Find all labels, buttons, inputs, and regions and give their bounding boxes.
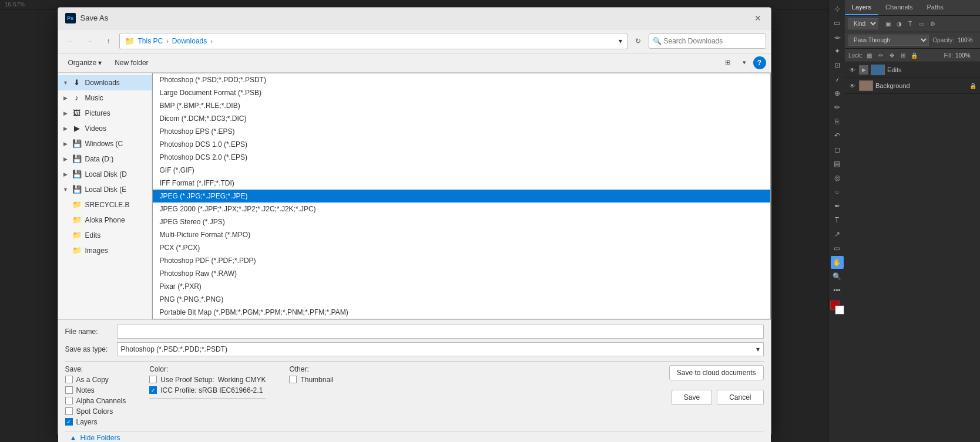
filter-type-icon[interactable]: T <box>905 19 915 29</box>
search-input[interactable] <box>664 37 762 45</box>
view-large-icons-button[interactable]: ⊞ <box>720 56 736 70</box>
breadcrumb-thispc[interactable]: This PC <box>138 37 163 45</box>
organize-button[interactable]: Organize ▾ <box>63 56 108 69</box>
forward-button[interactable]: → <box>82 33 98 49</box>
format-item-psb[interactable]: Large Document Format (*.PSB) <box>153 86 770 99</box>
format-item-pixar[interactable]: Pixar (*.PXR) <box>153 280 770 293</box>
tab-layers[interactable]: Layers <box>845 0 878 15</box>
layer-visibility-background[interactable]: 👁 <box>848 82 857 90</box>
tab-paths[interactable]: Paths <box>920 0 951 15</box>
hand-tool[interactable]: ✋ <box>831 256 844 269</box>
eraser-tool[interactable]: ◻ <box>831 143 844 156</box>
magic-wand-tool[interactable]: ✦ <box>831 45 844 58</box>
shape-tool[interactable]: ▭ <box>831 242 844 255</box>
lasso-tool[interactable]: ⌯ <box>831 31 844 43</box>
format-item-raw[interactable]: Photoshop Raw (*.RAW) <box>153 267 770 280</box>
search-box[interactable]: 🔍 <box>649 33 766 49</box>
format-item-gif[interactable]: GIF (*.GIF) <box>153 164 770 177</box>
format-item-sct[interactable]: Scitex CT (*.SCT) <box>153 319 770 319</box>
format-item-iff[interactable]: IFF Format (*.IFF;*.TDI) <box>153 177 770 190</box>
thumbnail-checkbox[interactable] <box>289 376 297 383</box>
healing-brush-tool[interactable]: ⊕ <box>831 87 844 100</box>
move-tool[interactable]: ⊹ <box>831 2 844 15</box>
eyedropper-tool[interactable]: 𝒾 <box>831 73 844 86</box>
filter-smart-icon[interactable]: ⚙ <box>928 19 937 29</box>
address-dropdown-arrow[interactable]: ▾ <box>619 37 622 45</box>
format-item-pdf[interactable]: Photoshop PDF (*.PDF;*.PDP) <box>153 254 770 267</box>
sidebar-item-edits[interactable]: 📁 Edits <box>58 228 152 243</box>
history-brush-tool[interactable]: ↶ <box>831 129 844 142</box>
back-button[interactable]: ← <box>63 33 79 49</box>
use-proof-checkbox[interactable] <box>149 376 157 383</box>
layers-checkbox[interactable] <box>65 418 73 426</box>
sidebar-item-local-disk-e[interactable]: ▼ 💾 Local Disk (E <box>58 182 152 197</box>
sidebar-item-srecycle[interactable]: 📁 SRECYCLE.B <box>58 197 152 212</box>
file-name-input[interactable] <box>117 325 764 339</box>
tab-channels[interactable]: Channels <box>878 0 919 15</box>
sidebar-item-downloads[interactable]: ▼ ⬇ Downloads <box>58 75 152 90</box>
sidebar-item-music[interactable]: ▶ ♪ Music <box>58 90 152 106</box>
sidebar-item-images[interactable]: 📁 Images <box>58 243 152 258</box>
spot-colors-checkbox[interactable] <box>65 407 73 415</box>
format-item-png[interactable]: PNG (*.PNG;*.PNG) <box>153 293 770 306</box>
format-item-psd[interactable]: Photoshop (*.PSD;*.PDD;*.PSDT) <box>153 73 770 86</box>
zoom-tool[interactable]: 🔍 <box>831 270 844 283</box>
blur-tool[interactable]: ◎ <box>831 171 844 184</box>
path-select-tool[interactable]: ↗ <box>831 228 844 241</box>
sidebar-item-pictures[interactable]: ▶ 🖼 Pictures <box>58 106 152 121</box>
stamp-tool[interactable]: ⎘ <box>831 115 844 128</box>
layers-kind-dropdown[interactable]: Kind <box>848 18 878 29</box>
format-item-eps[interactable]: Photoshop EPS (*.EPS) <box>153 125 770 138</box>
hide-folders-bar[interactable]: ▲ Hide Folders <box>65 431 764 443</box>
layer-visibility-edits[interactable]: 👁 <box>848 66 857 74</box>
blend-mode-dropdown[interactable]: Pass Through <box>848 35 929 46</box>
icc-profile-checkbox[interactable] <box>149 386 157 394</box>
lock-transparent-icon[interactable]: ▦ <box>865 50 874 60</box>
format-item-mpo[interactable]: Multi-Picture Format (*.MPO) <box>153 228 770 241</box>
filter-adjustment-icon[interactable]: ◑ <box>894 19 904 29</box>
format-item-jpeg2000[interactable]: JPEG 2000 (*.JPF;*.JPX;*.JP2;*.J2C;*.J2K… <box>153 203 770 215</box>
filter-pixel-icon[interactable]: ▣ <box>883 19 892 29</box>
format-item-dicom[interactable]: Dicom (*.DCM;*.DC3;*.DIC) <box>153 112 770 125</box>
format-item-bmp[interactable]: BMP (*.BMP;*.RLE;*.DIB) <box>153 99 770 112</box>
dodge-tool[interactable]: ○ <box>831 185 844 198</box>
help-button[interactable]: ? <box>753 56 766 69</box>
selection-tool[interactable]: ▭ <box>831 16 844 29</box>
format-item-dcs1[interactable]: Photoshop DCS 1.0 (*.EPS) <box>153 138 770 151</box>
format-item-pcx[interactable]: PCX (*.PCX) <box>153 241 770 254</box>
breadcrumb-downloads[interactable]: Downloads <box>172 37 207 45</box>
lock-all-icon[interactable]: 🔒 <box>909 50 919 60</box>
up-button[interactable]: ↑ <box>100 33 117 49</box>
alpha-channels-checkbox[interactable] <box>65 397 73 404</box>
format-item-jpeg[interactable]: JPEG (*.JPG;*.JPEG;*.JPE) <box>153 190 770 203</box>
cancel-button[interactable]: Cancel <box>717 390 763 405</box>
sidebar-item-data-d[interactable]: ▶ 💾 Data (D:) <box>58 151 152 167</box>
brush-tool[interactable]: ✏ <box>831 101 844 114</box>
filter-shape-icon[interactable]: ▭ <box>917 19 926 29</box>
refresh-button[interactable]: ↻ <box>630 33 646 49</box>
crop-tool[interactable]: ⊡ <box>831 59 844 72</box>
sidebar-item-aloka[interactable]: 📁 Aloka Phone <box>58 212 152 228</box>
layer-item-background[interactable]: 👁 Background 🔒 <box>845 78 980 94</box>
notes-checkbox[interactable] <box>65 386 73 394</box>
view-dropdown-button[interactable]: ▾ <box>737 56 752 70</box>
more-tools[interactable]: ••• <box>831 284 844 297</box>
new-folder-button[interactable]: New folder <box>109 56 153 69</box>
sidebar-item-videos[interactable]: ▶ ▶ Videos <box>58 121 152 136</box>
address-bar[interactable]: 📁 This PC › Downloads › ▾ <box>119 33 627 49</box>
pen-tool[interactable]: ✒ <box>831 200 844 212</box>
color-swatches[interactable] <box>830 301 844 315</box>
as-copy-checkbox[interactable] <box>65 376 73 383</box>
format-item-jpeg-stereo[interactable]: JPEG Stereo (*.JPS) <box>153 215 770 228</box>
sidebar-item-local-disk-d[interactable]: ▶ 💾 Local Disk (D <box>58 167 152 182</box>
save-type-dropdown[interactable]: Photoshop (*.PSD;*.PDD;*.PSDT) ▾ <box>117 342 764 356</box>
lock-position-icon[interactable]: ✥ <box>887 50 897 60</box>
save-to-cloud-button[interactable]: Save to cloud documents <box>669 365 764 380</box>
dialog-close-button[interactable]: ✕ <box>752 12 764 24</box>
format-item-dcs2[interactable]: Photoshop DCS 2.0 (*.EPS) <box>153 151 770 164</box>
background-color[interactable] <box>835 305 844 315</box>
save-button[interactable]: Save <box>672 390 712 405</box>
layer-item-edits[interactable]: 👁 ▶ Edits <box>845 62 980 78</box>
type-tool[interactable]: T <box>831 214 844 227</box>
format-dropdown-list[interactable]: Photoshop (*.PSD;*.PDD;*.PSDT) Large Doc… <box>152 73 771 319</box>
